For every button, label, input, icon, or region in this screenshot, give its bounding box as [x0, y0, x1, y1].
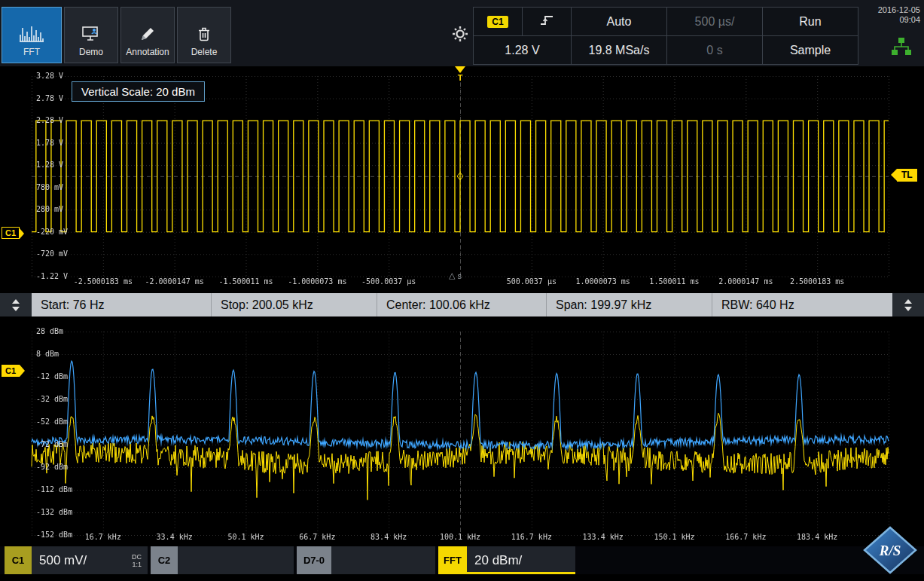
channel1-probe-info: DC 1:1: [132, 553, 142, 568]
timebase-cell[interactable]: 500 µs/: [667, 8, 762, 35]
coupling-label: DC: [132, 553, 142, 561]
demo-button[interactable]: Demo: [64, 7, 118, 63]
time-reference-unit: s: [457, 271, 462, 280]
toolbar: FFT Demo: [0, 0, 924, 66]
trigger-position-label: T: [458, 73, 463, 82]
rs-logo: R/S: [863, 526, 917, 577]
trigger-source-cell[interactable]: C1: [474, 8, 522, 35]
spinner-up-icon: [12, 299, 20, 304]
channel1-status-segment[interactable]: C1 500 mV/ DC 1:1: [5, 546, 148, 574]
trigger-slope-cell[interactable]: [523, 8, 571, 35]
annotation-pencil-icon: [139, 20, 157, 43]
fft-scale: 20 dBm/: [474, 553, 522, 568]
spinner-up-icon: [904, 299, 912, 304]
delete-button[interactable]: Delete: [177, 7, 231, 63]
status-bar: C1 500 mV/ DC 1:1 C2 D7-0 FFT 20 dBm/: [0, 546, 924, 574]
delete-trash-icon: [195, 20, 213, 43]
fft-button[interactable]: FFT: [2, 7, 62, 63]
fft-scale-spinner-right[interactable]: [892, 293, 924, 316]
fft-stop-cell[interactable]: Stop: 200.05 kHz: [211, 293, 377, 316]
digital-badge: D7-0: [297, 546, 331, 574]
annotation-button-label: Annotation: [126, 47, 169, 57]
time-reference-marker: △ s: [449, 271, 462, 280]
scope-section: 3.28 V2.78 V2.28 V1.78 V1.28 V780 mV280 …: [0, 66, 924, 293]
datetime: 2016-12-05 09:04: [878, 5, 920, 25]
run-state-cell[interactable]: Run: [763, 8, 858, 35]
trigger-mode-cell[interactable]: Auto: [572, 8, 666, 35]
trigger-source-badge: C1: [487, 16, 508, 28]
horizontal-position-cell[interactable]: 0 s: [667, 36, 762, 64]
annotation-button[interactable]: Annotation: [120, 7, 175, 63]
acquisition-cluster: C1 Auto 500 µs/ Run 1.28 V 19.8 MSa/s 0 …: [473, 7, 858, 65]
fft-button-label: FFT: [23, 47, 40, 57]
trigger-slope-icon: [539, 14, 554, 29]
fft-start-cell[interactable]: Start: 76 Hz: [32, 293, 211, 316]
channel2-status-segment[interactable]: C2: [151, 546, 294, 574]
channel1-badge: C1: [5, 546, 32, 574]
spinner-down-icon: [12, 307, 20, 311]
trigger-level-cell[interactable]: 1.28 V: [474, 36, 571, 64]
vertical-scale-tooltip: Vertical Scale: 20 dBm: [72, 81, 205, 102]
sample-rate-cell[interactable]: 19.8 MSa/s: [572, 36, 666, 64]
channel1-fft-marker[interactable]: C1: [2, 365, 20, 377]
date-label: 2016-12-05: [878, 5, 920, 15]
trigger-level-marker[interactable]: TL: [897, 169, 917, 182]
spinner-down-icon: [904, 307, 912, 311]
rs-logo-text: R/S: [879, 543, 901, 558]
channel2-badge: C2: [151, 546, 178, 574]
toolbar-buttons: FFT Demo: [2, 7, 231, 63]
probe-ratio-label: 1:1: [132, 561, 142, 568]
fft-span-cell[interactable]: Span: 199.97 kHz: [546, 293, 712, 316]
digital-status-segment[interactable]: D7-0: [297, 546, 435, 574]
trigger-position-icon: [455, 66, 465, 73]
acquisition-mode-cell[interactable]: Sample: [763, 36, 858, 64]
time-reference-icon: △: [449, 271, 455, 280]
oscilloscope-screen: FFT Demo: [0, 0, 924, 581]
channel1-scale: 500 mV/: [39, 553, 87, 568]
fft-status-segment[interactable]: FFT 20 dBm/: [438, 546, 575, 574]
fft-scale-spinner-left[interactable]: [0, 293, 32, 316]
fft-plot[interactable]: [0, 316, 924, 546]
fft-settings-bar: Start: 76 Hz Stop: 200.05 kHz Center: 10…: [0, 293, 924, 316]
fft-spectrum-icon: [19, 20, 44, 43]
delete-button-label: Delete: [191, 47, 218, 57]
demo-icon: [81, 20, 101, 43]
time-label: 09:04: [878, 15, 920, 25]
network-icon: [891, 38, 912, 60]
channel1-scope-marker[interactable]: C1: [2, 227, 20, 239]
trigger-position-marker[interactable]: T: [454, 66, 466, 82]
fft-badge: FFT: [438, 546, 467, 574]
fft-center-cell[interactable]: Center: 100.06 kHz: [377, 293, 546, 316]
fft-rbw-cell[interactable]: RBW: 640 Hz: [712, 293, 892, 316]
fft-section: 28 dBm8 dBm-12 dBm-32 dBm-52 dBm-72 dBm-…: [0, 316, 924, 546]
demo-button-label: Demo: [79, 47, 103, 57]
gear-icon[interactable]: [451, 26, 469, 44]
